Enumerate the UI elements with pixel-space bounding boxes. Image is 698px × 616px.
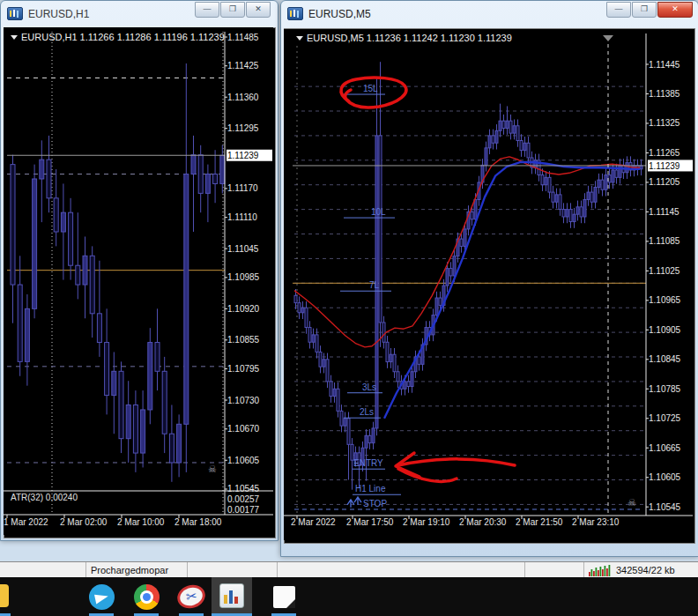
svg-text:1.11385: 1.11385 <box>649 89 680 99</box>
window-title-m5: EURUSD,M5 <box>308 8 371 20</box>
svg-text:3Ls: 3Ls <box>362 382 376 392</box>
minimize-button[interactable]: — <box>606 2 631 18</box>
mt4-window-icon[interactable] <box>7 7 23 20</box>
svg-text:1.10855: 1.10855 <box>227 335 260 345</box>
status-cell-empty <box>0 562 86 578</box>
maximize-button[interactable]: ❐ <box>632 2 657 18</box>
h1-chart-canvas[interactable]: 1.114851.114251.113601.112951.111701.111… <box>4 27 273 535</box>
svg-text:2 Mar 18:00: 2 Mar 18:00 <box>174 517 222 527</box>
svg-text:2 Mar 19:10: 2 Mar 19:10 <box>403 517 450 527</box>
svg-text:1.10725: 1.10725 <box>649 413 681 423</box>
status-cell-empty <box>525 562 584 578</box>
status-account-cell: Prochargedmopar <box>86 562 188 578</box>
svg-text:2Ls: 2Ls <box>360 407 374 417</box>
svg-text:☠: ☠ <box>208 464 217 474</box>
svg-text:1.11239: 1.11239 <box>227 151 259 160</box>
svg-text:1.10545: 1.10545 <box>227 484 260 494</box>
status-cell-empty <box>188 562 278 578</box>
network-activity-icon <box>589 565 612 576</box>
svg-text:1.10545: 1.10545 <box>649 502 681 512</box>
close-button[interactable]: ✕ <box>246 2 271 18</box>
svg-text:STOP: STOP <box>363 499 387 508</box>
taskbar: ✂ <box>0 577 698 616</box>
svg-text:1.11445: 1.11445 <box>649 60 680 70</box>
svg-text:1.10670: 1.10670 <box>227 424 260 434</box>
chrome-icon[interactable] <box>132 583 160 611</box>
desktop: { "windows": { "left": { "title": "EURUS… <box>0 0 698 616</box>
svg-text:1.11265: 1.11265 <box>649 148 680 158</box>
svg-text:1.10985: 1.10985 <box>227 272 260 282</box>
m5-skull-icon: ☠ <box>627 497 636 508</box>
svg-text:1.10730: 1.10730 <box>227 396 260 405</box>
telegram-icon[interactable] <box>87 583 115 611</box>
svg-text:1.10795: 1.10795 <box>227 364 260 374</box>
svg-text:7L: 7L <box>369 280 380 290</box>
svg-text:0.00177: 0.00177 <box>227 505 260 515</box>
svg-text:2 Mar 10:00: 2 Mar 10:00 <box>117 517 165 527</box>
status-cell-empty <box>278 562 525 578</box>
svg-text:1.11425: 1.11425 <box>227 61 259 71</box>
close-button[interactable]: ✕ <box>657 2 693 18</box>
svg-text:1 Mar 2022: 1 Mar 2022 <box>4 517 48 527</box>
svg-text:2 Mar 02:00: 2 Mar 02:00 <box>60 517 108 527</box>
network-label: 342594/22 kb <box>616 565 675 575</box>
svg-text:1.11110: 1.11110 <box>227 212 257 222</box>
svg-text:1.11485: 1.11485 <box>227 33 259 42</box>
svg-text:H1 Line: H1 Line <box>355 484 386 494</box>
svg-text:1.11085: 1.11085 <box>649 236 680 246</box>
svg-text:1.11145: 1.11145 <box>649 207 679 217</box>
svg-text:EURUSD,M5 1.11236 1.11242 1.1: EURUSD,M5 1.11236 1.11242 1.11230 1.1123… <box>307 33 512 43</box>
h1-skull-icon: ☠ <box>208 464 217 474</box>
svg-text:1.10665: 1.10665 <box>649 443 681 453</box>
svg-text:1.11205: 1.11205 <box>649 177 680 187</box>
svg-text:☠: ☠ <box>627 497 636 508</box>
svg-text:1.10605: 1.10605 <box>227 456 260 465</box>
m5-header: EURUSD,M5 1.11236 1.11242 1.11230 1.1123… <box>296 33 512 43</box>
svg-text:1.11239: 1.11239 <box>649 161 680 171</box>
h1-header: EURUSD,H1 1.11266 1.11286 1.11196 1.1123… <box>11 32 225 42</box>
metatrader-taskbar-icon[interactable] <box>212 577 252 613</box>
svg-text:ATR(32) 0.00240: ATR(32) 0.00240 <box>11 493 78 502</box>
status-bar: Prochargedmopar 342594/22 kb <box>0 561 698 579</box>
notes-app-icon[interactable] <box>270 583 298 611</box>
svg-text:1.11360: 1.11360 <box>227 93 259 102</box>
svg-text:1.11025: 1.11025 <box>649 266 680 276</box>
account-label: Prochargedmopar <box>91 565 168 575</box>
svg-text:0.00257: 0.00257 <box>227 494 260 504</box>
svg-text:1.11045: 1.11045 <box>227 244 259 254</box>
svg-text:ENTRY: ENTRY <box>353 458 383 468</box>
pinned-app-partial-icon[interactable] <box>0 584 9 607</box>
snipping-tool-icon[interactable]: ✂ <box>177 583 205 611</box>
minimize-button[interactable]: — <box>195 2 219 18</box>
svg-text:2 Mar 17:50: 2 Mar 17:50 <box>346 517 394 527</box>
svg-text:1.10605: 1.10605 <box>649 472 681 482</box>
svg-text:10L: 10L <box>371 207 386 217</box>
svg-text:1.11170: 1.11170 <box>227 183 258 193</box>
svg-text:1.10785: 1.10785 <box>649 384 681 394</box>
status-network-cell: 342594/22 kb <box>584 562 698 578</box>
svg-text:1.11295: 1.11295 <box>227 123 259 133</box>
svg-text:2 Mar 20:30: 2 Mar 20:30 <box>459 517 507 527</box>
svg-text:1.10920: 1.10920 <box>227 304 260 314</box>
svg-text:1.10905: 1.10905 <box>649 325 681 335</box>
maximize-button[interactable]: ❐ <box>220 2 245 18</box>
svg-text:2 Mar 23:10: 2 Mar 23:10 <box>572 517 620 527</box>
svg-text:1.10845: 1.10845 <box>649 354 681 364</box>
svg-text:1.10965: 1.10965 <box>649 295 681 305</box>
svg-text:EURUSD,H1 1.11266 1.11286 1.1: EURUSD,H1 1.11266 1.11286 1.11196 1.1123… <box>21 32 225 42</box>
m5-chart-canvas[interactable]: 15L10L7L3Ls2LsENTRYH1 LineSTOP1.114451.1… <box>284 29 693 540</box>
svg-text:2 Mar 21:50: 2 Mar 21:50 <box>516 517 563 527</box>
mt4-window-icon[interactable] <box>287 7 303 20</box>
svg-text:1.11325: 1.11325 <box>649 118 680 128</box>
svg-text:2 Mar 2022: 2 Mar 2022 <box>291 517 336 527</box>
svg-text:15L: 15L <box>363 84 378 93</box>
window-title-h1: EURUSD,H1 <box>28 8 89 20</box>
